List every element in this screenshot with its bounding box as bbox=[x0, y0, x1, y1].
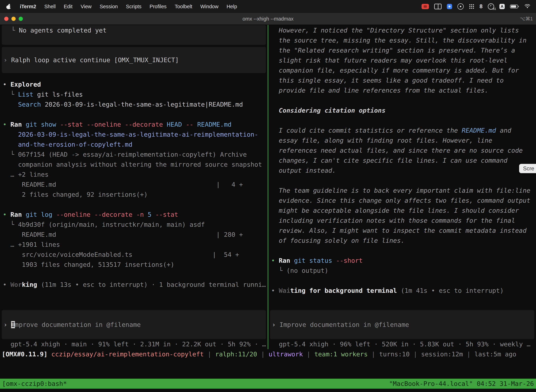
agents-status-line: └ No agents completed yet bbox=[11, 25, 266, 35]
terminal-line bbox=[271, 95, 536, 105]
menu-item-edit[interactable]: Edit bbox=[60, 4, 77, 9]
omx-session-status-bar: [OMX#0.11.9] cczip/essay/ai-reimplementa… bbox=[0, 349, 536, 359]
macos-menu-bar: iTerm2ShellEditViewSessionScriptsProfile… bbox=[0, 0, 536, 13]
terminal-line: the source tree, missing the essay. Stil… bbox=[271, 35, 536, 45]
terminal-line: changes, I can't cite specific file line… bbox=[271, 155, 536, 165]
terminal-line: 2026-03-09-is-legal-the-same-as-legitima… bbox=[3, 129, 268, 140]
menu-item-view[interactable]: View bbox=[77, 4, 96, 9]
menu-items: iTerm2ShellEditViewSessionScriptsProfile… bbox=[16, 4, 241, 9]
zoom-window-button[interactable] bbox=[19, 17, 23, 21]
iterm2-window: iTerm2ShellEditViewSessionScriptsProfile… bbox=[0, 0, 536, 392]
input-source-icon[interactable]: A bbox=[499, 4, 505, 9]
window-title: omx --xhigh --madmax bbox=[243, 16, 293, 22]
terminal-line: Search 2026-03-09-is-legal-the-same-as-l… bbox=[3, 99, 268, 109]
menu-item-profiles[interactable]: Profiles bbox=[146, 4, 171, 9]
menu-item-window[interactable]: Window bbox=[196, 4, 222, 9]
ralph-loop-line: › Ralph loop active continue [OMX_TMUX_I… bbox=[4, 55, 266, 65]
right-agent-pane: However, I noticed the "Directory Struct… bbox=[268, 25, 536, 349]
terminal-line: output instead. bbox=[271, 165, 536, 175]
terminal-line bbox=[271, 175, 536, 186]
terminal-line: 2 files changed, 92 insertions(+) bbox=[3, 190, 268, 200]
terminal-line bbox=[271, 115, 536, 125]
terminal-line: essay file, along with finding root file… bbox=[271, 135, 536, 145]
menu-bar-status-icons: 8 .61 A bbox=[421, 3, 531, 10]
terminal-line: 1903 files changed, 513517 insertions(+) bbox=[3, 260, 268, 270]
terminal-line: However, I noticed the "Directory Struct… bbox=[271, 25, 536, 35]
tmux-host-clock: "MacBook-Pro-44.local" 04:52 31-Mar-26 bbox=[389, 379, 534, 389]
window-shortcut: ⌥⌘1 bbox=[520, 16, 536, 22]
meter-icon[interactable]: .61 bbox=[488, 3, 494, 10]
terminal-line: └ (no output) bbox=[271, 266, 536, 275]
terminal-line: including verification notes with those … bbox=[271, 215, 536, 225]
terminal-line: and-the-erosion-of-copyleft.md bbox=[3, 140, 268, 149]
battery-icon[interactable] bbox=[510, 3, 519, 10]
tmux-session-name: [omx-cczip0:bash* bbox=[2, 379, 67, 389]
wifi-icon[interactable] bbox=[524, 3, 530, 10]
ralph-loop-panel: › Ralph loop active continue [OMX_TMUX_I… bbox=[2, 47, 266, 73]
terminal-content: └ No agents completed yet › Ralph loop a… bbox=[0, 25, 536, 379]
terminal-line: provide file and line references from th… bbox=[271, 85, 536, 95]
terminal-line: slight risk that future readers may over… bbox=[271, 55, 536, 65]
blue-app-icon[interactable] bbox=[447, 3, 452, 10]
apple-menu-icon[interactable] bbox=[6, 4, 11, 9]
terminal-line: companion analysis without altering the … bbox=[3, 159, 268, 169]
menu-item-shell[interactable]: Shell bbox=[40, 4, 60, 9]
terminal-line: this single essay, it seems like a good … bbox=[271, 75, 536, 85]
terminal-line: • Explored bbox=[3, 79, 268, 89]
terminal-line: README.md | 4 + bbox=[3, 179, 268, 190]
menu-item-session[interactable]: Session bbox=[96, 4, 122, 9]
terminal-line: • Working (11m 13s • esc to interrupt) ·… bbox=[3, 280, 268, 289]
terminal-line: references need actual files, and since … bbox=[271, 145, 536, 155]
left-input-line[interactable]: › Improve documentation in @filename bbox=[4, 320, 266, 330]
tmux-status-bar: [omx-cczip0:bash* "MacBook-Pro-44.local"… bbox=[0, 379, 536, 389]
terminal-line: … +2 lines bbox=[3, 169, 268, 179]
tmux-panes: └ No agents completed yet › Ralph loop a… bbox=[0, 25, 536, 349]
left-transcript: • Explored └ List git ls-files Search 20… bbox=[0, 73, 268, 289]
right-model-status: gpt-5.4 xhigh · 96% left · 520K in · 5.8… bbox=[268, 339, 536, 349]
traffic-lights bbox=[0, 17, 23, 21]
terminal-line bbox=[271, 246, 536, 256]
left-prompt-input[interactable]: › Improve documentation in @filename bbox=[2, 310, 266, 339]
terminal-line: README.md | 280 + bbox=[3, 229, 268, 240]
right-input-line[interactable]: › Improve documentation in @filename bbox=[272, 320, 534, 330]
menu-item-scripts[interactable]: Scripts bbox=[122, 4, 146, 9]
terminal-line: The team guideline is to back every impo… bbox=[271, 186, 536, 196]
window-title-bar: omx --xhigh --madmax ⌥⌘1 bbox=[0, 13, 536, 25]
menu-item-iterm2[interactable]: iTerm2 bbox=[16, 4, 40, 9]
minimize-window-button[interactable] bbox=[11, 17, 16, 21]
window-manager-icon[interactable] bbox=[434, 3, 442, 10]
terminal-line: of focusing solely on file lines. bbox=[271, 236, 536, 246]
terminal-line: I could cite commit statistics or refere… bbox=[271, 125, 536, 135]
terminal-line bbox=[3, 200, 268, 210]
terminal-line: • Ran git show --stat --oneline --decora… bbox=[3, 119, 268, 129]
terminal-line bbox=[3, 270, 268, 280]
terminal-line bbox=[3, 109, 268, 119]
left-agent-pane: └ No agents completed yet › Ralph loop a… bbox=[0, 25, 268, 349]
terminal-line: └ 067f154 (HEAD -> essay/ai-reimplementa… bbox=[3, 149, 268, 159]
right-prompt-input[interactable]: › Improve documentation in @filename bbox=[270, 310, 534, 339]
terminal-line: src/voice/voiceModeEnabled.ts | 54 + bbox=[3, 250, 268, 260]
terminal-line: └ List git ls-files bbox=[3, 89, 268, 99]
agents-status-panel: └ No agents completed yet bbox=[2, 25, 266, 45]
terminal-line: might be acceptable alongside the file l… bbox=[271, 205, 536, 215]
terminal-line: Considering citation options bbox=[271, 105, 536, 115]
terminal-line bbox=[271, 275, 536, 285]
terminal-line: • Waiting for background terminal (1m 41… bbox=[271, 285, 536, 296]
terminal-line: the "Related research writing" section i… bbox=[271, 45, 536, 55]
terminal-line: └ 4b9d30f (origin/main, instructkr/main,… bbox=[3, 219, 268, 229]
terminal-line: review. Also, I might want to inspect th… bbox=[271, 225, 536, 236]
screen-share-chip[interactable]: Scre bbox=[519, 164, 536, 173]
left-model-status: gpt-5.4 xhigh · main · 91% left · 2.31M … bbox=[0, 339, 268, 349]
close-window-button[interactable] bbox=[4, 17, 9, 21]
keystroke-counter[interactable]: 8 bbox=[479, 3, 483, 10]
terminal-line: • Ran git log --oneline --decorate -n 5 … bbox=[3, 210, 268, 219]
terminal-line: evidence. Since this change only affects… bbox=[271, 196, 536, 205]
dots-grid-icon[interactable] bbox=[469, 3, 474, 10]
terminal-line: … +1901 lines bbox=[3, 240, 268, 250]
right-transcript: However, I noticed the "Directory Struct… bbox=[268, 25, 536, 296]
dark-app-icon[interactable] bbox=[457, 3, 464, 10]
terminal-line: companion file, especially if more comme… bbox=[271, 65, 536, 75]
menu-item-toolbelt[interactable]: Toolbelt bbox=[171, 4, 196, 9]
screen-recording-indicator-icon[interactable] bbox=[421, 3, 429, 10]
menu-item-help[interactable]: Help bbox=[222, 4, 241, 9]
